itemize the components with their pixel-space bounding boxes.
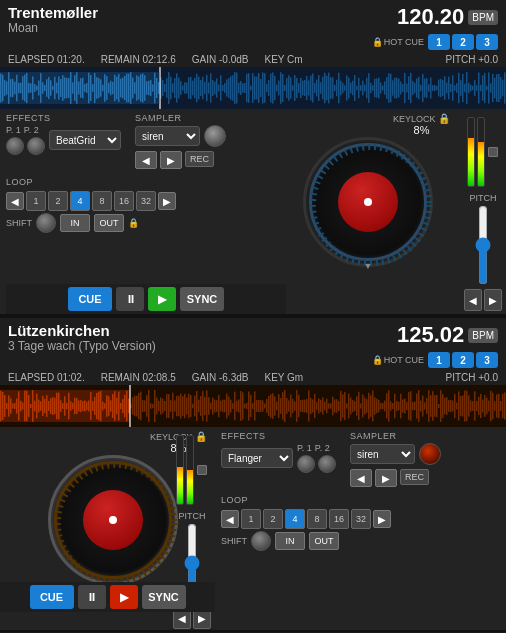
deck2-turntable-center xyxy=(109,516,117,524)
deck2-loop-prev[interactable]: ◀ xyxy=(221,510,239,528)
deck1-hot-cue-1[interactable]: 1 xyxy=(428,34,450,50)
deck1-sampler-select[interactable]: siren xyxy=(135,126,200,146)
deck2-pause-btn[interactable]: ⏸ xyxy=(78,585,106,609)
deck1-pitch-down[interactable]: ◀ xyxy=(464,289,482,311)
deck2-vol-knob2[interactable] xyxy=(196,435,208,505)
svg-rect-250 xyxy=(498,74,500,102)
deck2-sampler-select[interactable]: siren xyxy=(350,444,415,464)
svg-rect-232 xyxy=(462,74,464,102)
svg-rect-465 xyxy=(414,402,416,410)
svg-rect-219 xyxy=(436,86,438,90)
deck1-turntable[interactable]: ▼ xyxy=(303,137,433,267)
deck2-hot-cue-1[interactable]: 1 xyxy=(428,352,450,368)
svg-rect-364 xyxy=(212,397,214,414)
svg-rect-359 xyxy=(202,391,204,421)
svg-rect-369 xyxy=(222,400,224,412)
svg-rect-196 xyxy=(390,74,392,103)
deck2-fx-knob2[interactable] xyxy=(318,455,336,473)
deck1-fx-knob1[interactable] xyxy=(6,137,24,155)
svg-rect-162 xyxy=(322,77,324,100)
svg-rect-238 xyxy=(474,80,476,96)
deck2-loop-2[interactable]: 2 xyxy=(263,509,283,529)
deck2-hot-cue-3[interactable]: 3 xyxy=(476,352,498,368)
deck2-title: 3 Tage wach (Typo Version) xyxy=(8,339,156,353)
svg-rect-91 xyxy=(180,81,182,95)
deck1-fx-knob2[interactable] xyxy=(27,137,45,155)
deck1-in-btn[interactable]: IN xyxy=(60,214,90,232)
deck1-loop-1[interactable]: 1 xyxy=(26,191,46,211)
deck2-loop-label: LOOP xyxy=(221,495,500,505)
deck1-loop-next[interactable]: ▶ xyxy=(158,192,176,210)
deck2-sampler-prev[interactable]: ◀ xyxy=(350,469,372,487)
svg-rect-435 xyxy=(354,401,356,411)
deck1-effects-sampler: EFFECTS P. 1 P. 2 xyxy=(6,113,274,169)
svg-rect-345 xyxy=(174,400,176,411)
deck2-vol-knob[interactable] xyxy=(419,443,441,465)
deck2-turntable-disk xyxy=(48,455,178,585)
deck1-loop-32[interactable]: 32 xyxy=(136,191,156,211)
svg-rect-464 xyxy=(412,402,414,411)
deck2-rec-btn[interactable]: REC xyxy=(400,469,429,485)
deck1-pause-btn[interactable]: ⏸ xyxy=(116,287,144,311)
deck2-fx-select[interactable]: Flanger xyxy=(221,448,293,468)
svg-rect-348 xyxy=(180,394,182,419)
deck1-fx-select[interactable]: BeatGrid xyxy=(49,130,121,150)
deck1-loop-8[interactable]: 8 xyxy=(92,191,112,211)
svg-rect-338 xyxy=(160,397,162,414)
svg-rect-414 xyxy=(312,399,314,412)
deck1-sync-btn[interactable]: SYNC xyxy=(180,287,224,311)
deck1-pitch-up[interactable]: ▶ xyxy=(484,289,502,311)
svg-rect-178 xyxy=(354,75,356,101)
deck2-shift-label: SHIFT xyxy=(221,536,247,546)
svg-rect-494 xyxy=(472,401,474,411)
deck2-sync-btn[interactable]: SYNC xyxy=(142,585,186,609)
deck1-vol-knob2[interactable] xyxy=(487,117,499,187)
deck1-sampler-next[interactable]: ▶ xyxy=(160,151,182,169)
deck1-loop-4[interactable]: 4 xyxy=(70,191,90,211)
svg-rect-377 xyxy=(238,399,240,412)
svg-rect-395 xyxy=(274,396,276,415)
svg-rect-144 xyxy=(286,78,288,98)
svg-rect-419 xyxy=(322,397,324,414)
deck2-shift-knob[interactable] xyxy=(251,531,271,551)
deck2-turntable[interactable]: ▼ xyxy=(48,455,178,585)
deck2-out-btn[interactable]: OUT xyxy=(309,532,339,550)
deck1-hot-cue-3[interactable]: 3 xyxy=(476,34,498,50)
deck2-waveform[interactable] xyxy=(0,385,506,427)
deck2-loop-1[interactable]: 1 xyxy=(241,509,261,529)
deck1-pitch-slider[interactable] xyxy=(476,205,490,285)
deck1-sampler-prev[interactable]: ◀ xyxy=(135,151,157,169)
deck1-vol-meters xyxy=(467,117,499,187)
deck1-shift-knob[interactable] xyxy=(36,213,56,233)
deck1-waveform[interactable] xyxy=(0,67,506,109)
svg-rect-84 xyxy=(166,78,168,98)
deck1-loop-prev[interactable]: ◀ xyxy=(6,192,24,210)
deck2-loop-next[interactable]: ▶ xyxy=(373,510,391,528)
deck1-hot-cue-2[interactable]: 2 xyxy=(452,34,474,50)
svg-rect-158 xyxy=(314,83,316,93)
svg-rect-358 xyxy=(200,396,202,416)
deck1-play-btn[interactable]: ▶ xyxy=(148,287,176,311)
deck2-fx-knob1[interactable] xyxy=(297,455,315,473)
deck1-cue-btn[interactable]: CUE xyxy=(68,287,112,311)
svg-rect-427 xyxy=(338,401,340,411)
deck1-loop-2[interactable]: 2 xyxy=(48,191,68,211)
deck2-loop-4[interactable]: 4 xyxy=(285,509,305,529)
svg-rect-507 xyxy=(498,394,500,418)
svg-rect-433 xyxy=(350,398,352,415)
deck2-in-btn[interactable]: IN xyxy=(275,532,305,550)
deck1-loop-16[interactable]: 16 xyxy=(114,191,134,211)
svg-rect-421 xyxy=(326,399,328,413)
deck1-vol-knob[interactable] xyxy=(204,125,226,147)
deck2-cue-btn[interactable]: CUE xyxy=(30,585,74,609)
deck1-out-btn[interactable]: OUT xyxy=(94,214,124,232)
svg-rect-154 xyxy=(306,76,308,100)
deck2-loop-16[interactable]: 16 xyxy=(329,509,349,529)
deck2-loop-32[interactable]: 32 xyxy=(351,509,371,529)
deck2-hot-cue-2[interactable]: 2 xyxy=(452,352,474,368)
deck2-play-btn[interactable]: ▶ xyxy=(110,585,138,609)
deck2-sampler-next[interactable]: ▶ xyxy=(375,469,397,487)
deck1-rec-btn[interactable]: REC xyxy=(185,151,214,167)
svg-rect-160 xyxy=(318,75,320,101)
deck2-loop-8[interactable]: 8 xyxy=(307,509,327,529)
